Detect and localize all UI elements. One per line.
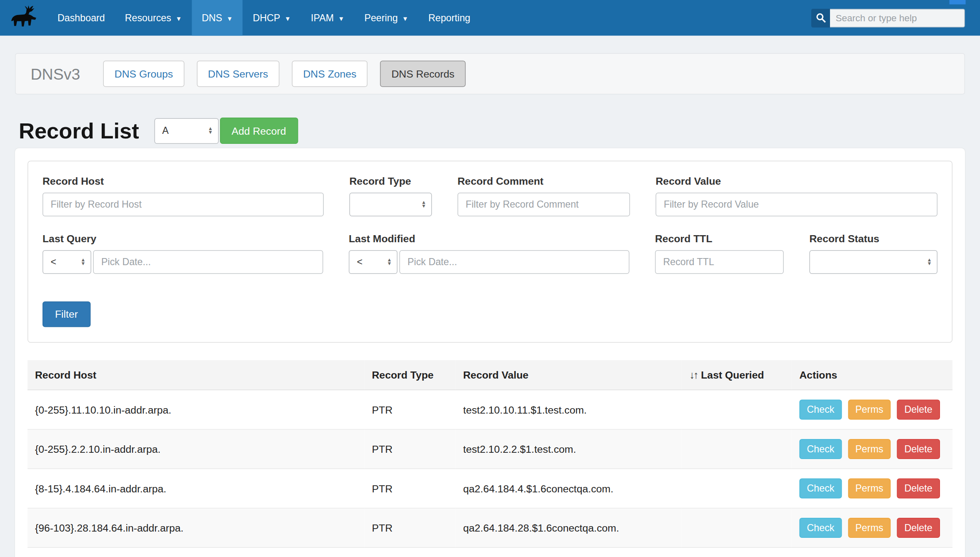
nav-item-dns[interactable]: DNS ▼ [192,0,242,36]
cell-record-host: {0-255}.11.10.10.in-addr.arpa. [28,390,365,429]
dns-subnav: DNSv3 DNS Groups DNS Servers DNS Zones D… [15,53,965,95]
select-value: < [51,256,57,268]
nav-label: Peering [364,12,398,23]
cell-actions: Check Perms Delete [792,429,953,469]
cell-actions: Check Perms Delete [792,547,953,557]
cell-record-value: 10.2.0.{0-255} [456,547,682,557]
main-nav: Dashboard Resources ▼ DNS ▼ DHCP ▼ IPAM … [48,0,480,36]
perms-button[interactable]: Perms [848,518,891,538]
delete-button[interactable]: Delete [897,479,940,499]
search-icon[interactable] [811,8,830,27]
caret-down-icon: ▼ [227,15,233,22]
record-value-label: Record Value [656,175,938,187]
record-ttl-input[interactable] [655,250,784,274]
nav-item-resources[interactable]: Resources ▼ [115,0,192,36]
record-host-label: Record Host [42,175,324,187]
table-header-row: Record Host Record Type Record Value ↓↑L… [28,360,952,390]
last-query-label: Last Query [42,233,323,245]
check-button[interactable]: Check [800,518,842,538]
tab-dns-groups[interactable]: DNS Groups [103,61,184,87]
page: Dashboard Resources ▼ DNS ▼ DHCP ▼ IPAM … [0,0,980,557]
cell-last-queried [682,429,792,469]
select-arrows-icon: ▲▼ [387,258,392,266]
last-modified-label: Last Modified [349,233,630,245]
record-list-toolbar: Record List A ▲▼ Add Record [19,118,965,144]
tab-dns-zones[interactable]: DNS Zones [292,61,368,87]
global-search [811,0,980,36]
col-header-label: Last Queried [701,369,764,380]
record-status-label: Record Status [810,233,938,245]
records-card: Record Host Record Type ▲▼ Record Commen… [15,148,965,557]
cell-record-type: PTR [365,508,456,548]
select-arrows-icon: ▲▼ [81,258,86,266]
last-modified-operator-select[interactable]: < ▲▼ [349,250,398,274]
nav-label: Dashboard [58,12,105,23]
nav-item-reporting[interactable]: Reporting [418,0,480,36]
moose-logo-icon [10,4,38,32]
perms-button[interactable]: Perms [848,439,891,459]
cell-actions: Check Perms Delete [792,469,953,508]
cell-actions: Check Perms Delete [792,390,953,429]
col-header-record-host: Record Host [28,360,365,390]
nav-label: Reporting [428,12,470,23]
caret-down-icon: ▼ [285,15,291,22]
tab-dns-records[interactable]: DNS Records [380,61,465,87]
nav-item-peering[interactable]: Peering ▼ [354,0,418,36]
record-status-select[interactable]: ▲▼ [810,250,938,274]
table-row: {0-255}.2.2.10.in-addr.arpa. PTR test2.1… [28,429,952,469]
caret-down-icon: ▼ [175,15,182,22]
record-type-filter-select[interactable]: ▲▼ [350,193,432,216]
cell-record-type: PTR [365,469,456,508]
col-header-actions: Actions [792,360,953,390]
sort-icon[interactable]: ↓↑ [690,369,698,380]
tab-dns-servers[interactable]: DNS Servers [197,61,279,87]
col-header-record-type: Record Type [365,360,456,390]
nav-item-ipam[interactable]: IPAM ▼ [301,0,354,36]
record-type-add-select[interactable]: A ▲▼ [154,118,219,144]
select-arrows-icon: ▲▼ [421,201,426,208]
last-query-date-input[interactable] [93,250,323,274]
filter-button[interactable]: Filter [42,301,90,327]
caret-down-icon: ▼ [338,15,345,22]
check-button[interactable]: Check [800,439,842,459]
check-button[interactable]: Check [800,479,842,499]
last-query-operator-select[interactable]: < ▲▼ [42,250,91,274]
add-record-button[interactable]: Add Record [220,118,298,144]
cell-record-value: qa2.64.184.4.$1.6conectqa.com. [456,469,682,508]
records-table: Record Host Record Type Record Value ↓↑L… [28,360,952,557]
cell-actions: Check Perms Delete [792,508,953,548]
cell-last-queried [682,547,792,557]
nav-item-dashboard[interactable]: Dashboard [48,0,115,36]
cell-last-queried [682,508,792,548]
search-input[interactable] [830,8,965,27]
perms-button[interactable]: Perms [848,400,891,420]
perms-button[interactable]: Perms [848,479,891,499]
clipped-ui-fragment [950,0,966,5]
record-host-filter-input[interactable] [42,193,324,216]
table-row: {0-255}.11.10.10.in-addr.arpa. PTR test2… [28,390,952,429]
record-comment-filter-input[interactable] [458,193,630,216]
record-comment-label: Record Comment [458,175,630,187]
cell-record-host: {96-103}.28.184.64.in-addr.arpa. [28,508,365,548]
cell-record-type: A [365,547,456,557]
filter-panel: Record Host Record Type ▲▼ Record Commen… [28,161,952,343]
brand-logo[interactable] [0,0,48,36]
last-modified-date-input[interactable] [400,250,630,274]
nav-item-dhcp[interactable]: DHCP ▼ [243,0,301,36]
cell-record-value: test2.10.2.2.$1.test.com. [456,429,682,469]
nav-label: DNS [202,12,222,23]
delete-button[interactable]: Delete [897,439,940,459]
delete-button[interactable]: Delete [897,400,940,420]
col-header-last-queried: ↓↑Last Queried [682,360,792,390]
record-value-filter-input[interactable] [656,193,938,216]
nav-label: DHCP [253,12,280,23]
record-ttl-label: Record TTL [655,233,784,245]
nav-label: IPAM [311,12,334,23]
cell-last-queried [682,469,792,508]
cell-record-type: PTR [365,429,456,469]
delete-button[interactable]: Delete [897,518,940,538]
check-button[interactable]: Check [800,400,842,420]
page-title: Record List [19,118,139,143]
cell-record-host: {8-15}.4.184.64.in-addr.arpa. [28,469,365,508]
table-row: {8-15}.4.184.64.in-addr.arpa. PTR qa2.64… [28,469,952,508]
